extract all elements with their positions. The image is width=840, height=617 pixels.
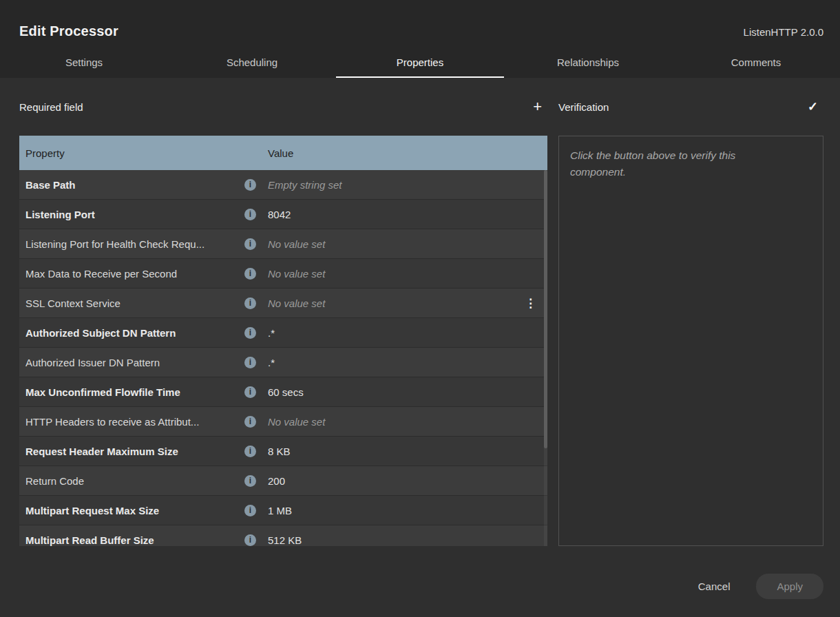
- table-header-row: Property Value: [19, 136, 547, 170]
- property-name: Listening Port: [25, 209, 95, 220]
- tab-scheduling[interactable]: Scheduling: [168, 49, 336, 78]
- property-value: 200: [268, 475, 285, 487]
- property-name: Request Header Maximum Size: [25, 446, 178, 457]
- property-name: Authorized Issuer DN Pattern: [25, 357, 160, 368]
- info-icon: i: [244, 327, 256, 339]
- verification-panel: Click the button above to verify this co…: [558, 136, 823, 546]
- table-row[interactable]: SSL Context ServiceiNo value set⋮: [19, 289, 547, 318]
- tab-settings[interactable]: Settings: [0, 49, 168, 78]
- dialog-footer: Cancel Apply: [0, 546, 840, 617]
- check-icon: ✓: [808, 100, 818, 114]
- cancel-button[interactable]: Cancel: [690, 575, 739, 598]
- column-header-property: Property: [19, 147, 262, 159]
- property-value: 8042: [268, 209, 291, 220]
- info-icon: i: [244, 209, 256, 220]
- property-name: Max Unconfirmed Flowfile Time: [25, 386, 180, 398]
- apply-button[interactable]: Apply: [756, 574, 823, 599]
- property-value: .*: [268, 327, 275, 339]
- info-icon: i: [244, 534, 256, 546]
- table-row[interactable]: Listening Port for Health Check Requ...i…: [19, 229, 547, 259]
- info-icon: i: [244, 238, 256, 250]
- table-row[interactable]: Return Codei200: [19, 466, 547, 496]
- processor-type-version: ListenHTTP 2.0.0: [744, 26, 823, 38]
- property-value: Empty string set: [268, 179, 342, 191]
- dialog-header: Edit Processor ListenHTTP 2.0.0 Settings…: [0, 0, 840, 78]
- verify-button[interactable]: ✓: [802, 98, 823, 116]
- property-value: 8 KB: [268, 446, 291, 457]
- info-icon: i: [244, 357, 256, 368]
- property-name: Authorized Subject DN Pattern: [25, 327, 176, 339]
- table-row[interactable]: Max Data to Receive per SecondiNo value …: [19, 259, 547, 289]
- property-name: HTTP Headers to receive as Attribut...: [25, 416, 199, 428]
- property-name: SSL Context Service: [25, 297, 120, 309]
- property-value: 1 MB: [268, 505, 292, 516]
- more-options-icon[interactable]: ⋮: [525, 297, 536, 309]
- info-icon: i: [244, 475, 256, 487]
- property-value: .*: [268, 357, 275, 368]
- table-row[interactable]: Request Header Maximum Sizei8 KB: [19, 437, 547, 466]
- plus-icon: +: [533, 98, 542, 115]
- column-header-value: Value: [262, 147, 547, 159]
- table-row[interactable]: Multipart Request Max Sizei1 MB: [19, 496, 547, 525]
- property-name: Base Path: [25, 179, 76, 191]
- verification-message: Click the button above to verify this co…: [570, 147, 777, 180]
- property-value: No value set: [268, 297, 325, 309]
- property-value: 512 KB: [268, 534, 302, 546]
- info-icon: i: [244, 416, 256, 428]
- info-icon: i: [244, 179, 256, 191]
- table-row[interactable]: Max Unconfirmed Flowfile Timei60 secs: [19, 377, 547, 407]
- properties-table: Property Value Base PathiEmpty string se…: [19, 136, 547, 546]
- table-row[interactable]: Multipart Read Buffer Sizei512 KB: [19, 525, 547, 546]
- info-icon: i: [244, 268, 256, 280]
- property-name: Multipart Read Buffer Size: [25, 534, 154, 546]
- table-row[interactable]: Base PathiEmpty string set: [19, 170, 547, 200]
- table-row[interactable]: Listening Porti8042: [19, 200, 547, 229]
- info-icon: i: [244, 386, 256, 398]
- verification-heading: Verification: [558, 101, 609, 113]
- property-value: 60 secs: [268, 386, 304, 398]
- info-icon: i: [244, 446, 256, 457]
- table-row[interactable]: Authorized Subject DN Patterni.*: [19, 318, 547, 348]
- property-name: Return Code: [25, 475, 84, 487]
- property-value: No value set: [268, 268, 325, 280]
- edit-processor-dialog: Edit Processor ListenHTTP 2.0.0 Settings…: [0, 0, 840, 617]
- dialog-body: Required field + Property Value Base Pat…: [0, 78, 840, 546]
- dialog-title: Edit Processor: [19, 23, 118, 39]
- required-field-heading: Required field: [19, 101, 83, 113]
- property-name: Multipart Request Max Size: [25, 505, 159, 516]
- add-property-button[interactable]: +: [527, 96, 547, 117]
- property-value: No value set: [268, 238, 325, 250]
- table-scrollbar[interactable]: [544, 170, 547, 546]
- tab-comments[interactable]: Comments: [672, 49, 840, 78]
- table-row[interactable]: HTTP Headers to receive as Attribut...iN…: [19, 407, 547, 437]
- property-name: Listening Port for Health Check Requ...: [25, 238, 204, 250]
- property-value: No value set: [268, 416, 325, 428]
- tab-bar: SettingsSchedulingPropertiesRelationship…: [0, 49, 840, 78]
- table-row[interactable]: Authorized Issuer DN Patterni.*: [19, 348, 547, 377]
- properties-section: Required field + Property Value Base Pat…: [19, 78, 547, 546]
- property-name: Max Data to Receive per Second: [25, 268, 177, 280]
- tab-properties[interactable]: Properties: [336, 49, 504, 78]
- info-icon: i: [244, 297, 256, 309]
- info-icon: i: [244, 505, 256, 516]
- verification-section: Verification ✓ Click the button above to…: [558, 78, 823, 546]
- tab-relationships[interactable]: Relationships: [504, 49, 672, 78]
- scrollbar-thumb[interactable]: [544, 170, 547, 448]
